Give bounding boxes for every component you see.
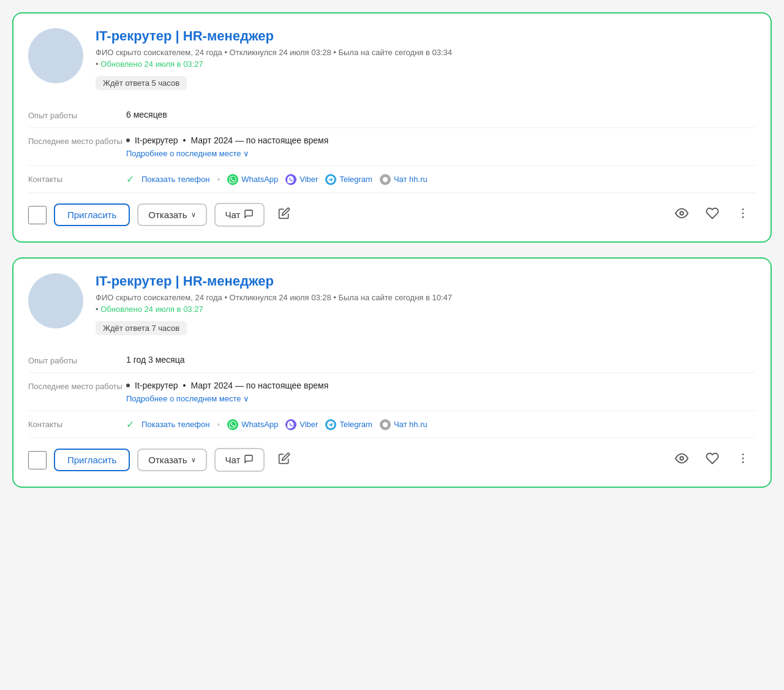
experience-value: 1 год 3 месяца xyxy=(126,355,756,365)
invite-button[interactable]: Пригласить xyxy=(54,203,130,226)
card-footer: Пригласить Отказать ∨ Чат xyxy=(28,448,756,472)
hh-chat-contact[interactable]: Чат hh.ru xyxy=(380,419,428,430)
whatsapp-icon xyxy=(227,174,238,185)
experience-label: Опыт работы xyxy=(28,355,126,365)
job-title[interactable]: IT-рекрутер | HR-менеджер xyxy=(96,28,756,44)
meta-line: ФИО скрыто соискателем, 24 года • Отклик… xyxy=(96,293,756,302)
edit-button[interactable] xyxy=(272,203,296,226)
separator: • xyxy=(217,420,220,430)
job-title[interactable]: IT-рекрутер | HR-менеджер xyxy=(96,273,756,289)
telegram-contact[interactable]: Telegram xyxy=(325,174,372,185)
whatsapp-label: WhatsApp xyxy=(241,420,278,429)
svg-point-3 xyxy=(742,213,744,214)
more-button[interactable] xyxy=(730,448,756,472)
favorite-button[interactable] xyxy=(699,203,725,227)
last-place-value: It-рекрутер • Март 2024 — по настоящее в… xyxy=(126,381,756,403)
svg-point-2 xyxy=(742,208,744,210)
last-place-row: Последнее место работы It-рекрутер • Мар… xyxy=(28,128,756,166)
svg-point-4 xyxy=(742,216,744,218)
favorite-button[interactable] xyxy=(699,448,725,472)
viber-contact[interactable]: Viber xyxy=(285,174,318,185)
last-place-label: Последнее место работы xyxy=(28,381,126,391)
contacts-list: ✓ Показать телефон • WhatsApp xyxy=(126,173,756,185)
bullet-icon xyxy=(126,384,130,387)
bullet-icon xyxy=(126,138,130,142)
card-header: IT-рекрутер | HR-менеджер ФИО скрыто сои… xyxy=(28,273,756,335)
place-role: It-рекрутер xyxy=(135,381,178,390)
experience-value: 6 месяцев xyxy=(126,110,756,119)
chat-bubble-icon xyxy=(244,454,254,466)
header-info: IT-рекрутер | HR-менеджер ФИО скрыто сои… xyxy=(96,273,756,335)
verified-icon: ✓ xyxy=(126,173,134,185)
avatar xyxy=(28,273,83,328)
decline-button[interactable]: Отказать ∨ xyxy=(137,203,206,226)
decline-button[interactable]: Отказать ∨ xyxy=(137,449,206,471)
waiting-badge: Ждёт ответа 7 часов xyxy=(96,321,187,335)
header-info: IT-рекрутер | HR-менеджер ФИО скрыто сои… xyxy=(96,28,756,90)
place-line: It-рекрутер • Март 2024 — по настоящее в… xyxy=(126,381,756,390)
updated-line: • Обновлено 24 июля в 03:27 xyxy=(96,305,756,314)
contacts-label: Контакты xyxy=(28,419,126,429)
experience-row: Опыт работы 6 месяцев xyxy=(28,102,756,128)
svg-point-7 xyxy=(742,453,744,455)
contacts-value: ✓ Показать телефон • WhatsApp xyxy=(126,419,756,430)
svg-point-0 xyxy=(383,176,388,181)
select-checkbox[interactable] xyxy=(28,206,47,224)
footer-right-actions xyxy=(669,203,756,227)
hh-chat-icon xyxy=(380,174,391,185)
svg-point-6 xyxy=(680,457,684,460)
chat-button[interactable]: Чат xyxy=(214,203,265,227)
hh-chat-contact[interactable]: Чат hh.ru xyxy=(380,174,428,185)
card-header: IT-рекрутер | HR-менеджер ФИО скрыто сои… xyxy=(28,28,756,90)
svg-point-9 xyxy=(742,461,744,463)
show-phone-link[interactable]: Показать телефон xyxy=(141,175,209,184)
chevron-down-icon: ∨ xyxy=(243,394,249,403)
invite-button[interactable]: Пригласить xyxy=(54,449,130,471)
place-period: Март 2024 — по настоящее время xyxy=(191,135,329,145)
whatsapp-contact[interactable]: WhatsApp xyxy=(227,419,278,430)
waiting-badge: Ждёт ответа 5 часов xyxy=(96,76,187,90)
place-sep: • xyxy=(183,381,186,390)
updated-line: • Обновлено 24 июля в 03:27 xyxy=(96,59,756,69)
chevron-down-icon: ∨ xyxy=(191,211,196,219)
viber-icon xyxy=(285,174,296,185)
view-button[interactable] xyxy=(669,203,695,227)
whatsapp-contact[interactable]: WhatsApp xyxy=(227,174,278,185)
place-line: It-рекрутер • Март 2024 — по настоящее в… xyxy=(126,135,756,145)
telegram-icon xyxy=(325,174,336,185)
viber-contact[interactable]: Viber xyxy=(285,419,318,430)
footer-right-actions xyxy=(669,448,756,472)
experience-row: Опыт работы 1 год 3 месяца xyxy=(28,347,756,373)
hh-chat-icon xyxy=(380,419,391,430)
more-button[interactable] xyxy=(730,203,756,227)
updated-text: Обновлено 24 июля в 03:27 xyxy=(100,305,203,314)
hh-chat-label: Чат hh.ru xyxy=(394,175,428,184)
contacts-row: Контакты ✓ Показать телефон • WhatsApp xyxy=(28,166,756,193)
applicant-card-2: IT-рекрутер | HR-менеджер ФИО скрыто сои… xyxy=(12,257,772,488)
place-period: Март 2024 — по настоящее время xyxy=(191,381,329,390)
chat-bubble-icon xyxy=(244,209,254,221)
separator: • xyxy=(217,175,220,184)
hh-chat-label: Чат hh.ru xyxy=(394,420,428,429)
chat-button[interactable]: Чат xyxy=(214,448,265,472)
telegram-contact[interactable]: Telegram xyxy=(325,419,372,430)
chevron-down-icon: ∨ xyxy=(243,149,249,158)
contacts-list: ✓ Показать телефон • WhatsApp xyxy=(126,419,756,430)
verified-icon: ✓ xyxy=(126,419,134,430)
telegram-label: Telegram xyxy=(339,175,372,184)
details-link[interactable]: Подробнее о последнем месте ∨ xyxy=(126,149,756,158)
contacts-label: Контакты xyxy=(28,173,126,184)
select-checkbox[interactable] xyxy=(28,451,47,469)
whatsapp-icon xyxy=(227,419,238,430)
view-button[interactable] xyxy=(669,448,695,472)
telegram-icon xyxy=(325,419,336,430)
details-link[interactable]: Подробнее о последнем месте ∨ xyxy=(126,394,756,403)
edit-button[interactable] xyxy=(272,449,296,471)
svg-point-1 xyxy=(680,211,684,215)
applicant-card-1: IT-рекрутер | HR-менеджер ФИО скрыто сои… xyxy=(12,12,772,243)
updated-text: Обновлено 24 июля в 03:27 xyxy=(100,59,203,69)
last-place-row: Последнее место работы It-рекрутер • Мар… xyxy=(28,373,756,411)
svg-point-5 xyxy=(383,422,388,427)
show-phone-link[interactable]: Показать телефон xyxy=(141,420,209,429)
viber-label: Viber xyxy=(300,175,318,184)
